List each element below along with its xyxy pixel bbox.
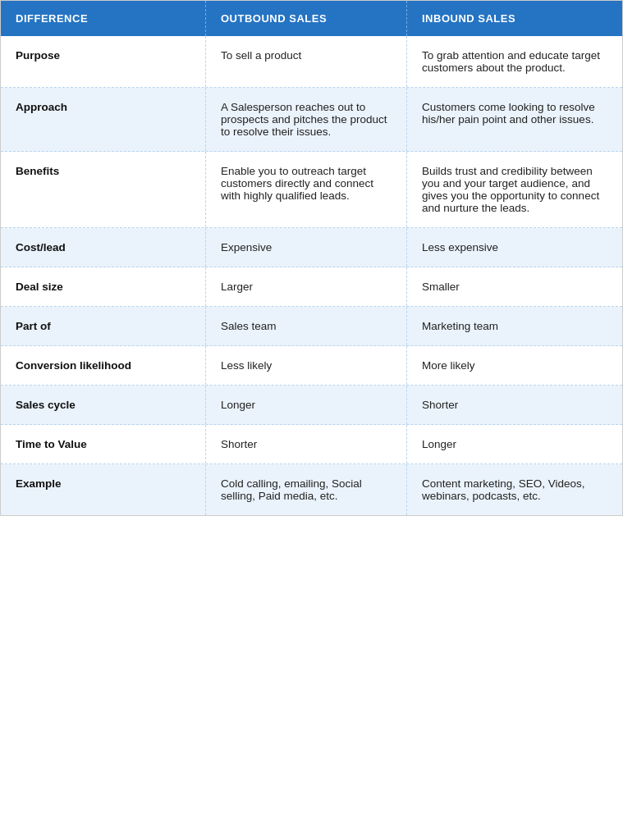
- cell-inbound: Customers come looking to resolve his/he…: [407, 88, 623, 151]
- cell-outbound: Longer: [206, 386, 407, 424]
- cell-inbound: Shorter: [407, 386, 623, 424]
- cell-label: Benefits: [1, 152, 206, 227]
- cell-outbound: Shorter: [206, 425, 407, 463]
- table-row: Benefits Enable you to outreach target c…: [1, 152, 622, 228]
- cell-inbound: Smaller: [407, 267, 623, 306]
- table-row: Purpose To sell a product To grab attent…: [1, 36, 622, 88]
- cell-label: Part of: [1, 307, 206, 345]
- table-row: Time to Value Shorter Longer: [1, 425, 622, 464]
- cell-inbound: To grab attention and educate target cus…: [407, 36, 623, 87]
- cell-inbound: Builds trust and credibility between you…: [407, 152, 623, 227]
- table-header: DIFFERENCE OUTBOUND SALES INBOUND SALES: [1, 1, 622, 36]
- cell-outbound: Enable you to outreach target customers …: [206, 152, 407, 227]
- header-difference: DIFFERENCE: [1, 1, 206, 36]
- table-body: Purpose To sell a product To grab attent…: [1, 36, 622, 515]
- cell-label: Deal size: [1, 267, 206, 306]
- cell-label: Cost/lead: [1, 228, 206, 267]
- cell-outbound: Cold calling, emailing, Social selling, …: [206, 464, 407, 515]
- cell-outbound: To sell a product: [206, 36, 407, 87]
- table-row: Approach A Salesperson reaches out to pr…: [1, 88, 622, 152]
- cell-inbound: More likely: [407, 346, 623, 385]
- comparison-table: DIFFERENCE OUTBOUND SALES INBOUND SALES …: [0, 0, 623, 516]
- cell-label: Example: [1, 464, 206, 515]
- cell-outbound: A Salesperson reaches out to prospects a…: [206, 88, 407, 151]
- cell-label: Approach: [1, 88, 206, 151]
- header-outbound: OUTBOUND SALES: [206, 1, 407, 36]
- table-row: Part of Sales team Marketing team: [1, 307, 622, 346]
- header-inbound: INBOUND SALES: [407, 1, 623, 36]
- cell-outbound: Sales team: [206, 307, 407, 345]
- cell-outbound: Less likely: [206, 346, 407, 385]
- cell-label: Purpose: [1, 36, 206, 87]
- cell-inbound: Longer: [407, 425, 623, 463]
- table-row: Conversion likelihood Less likely More l…: [1, 346, 622, 386]
- cell-outbound: Expensive: [206, 228, 407, 267]
- cell-inbound: Content marketing, SEO, Videos, webinars…: [407, 464, 623, 515]
- cell-label: Conversion likelihood: [1, 346, 206, 385]
- table-row: Example Cold calling, emailing, Social s…: [1, 464, 622, 515]
- table-row: Deal size Larger Smaller: [1, 267, 622, 307]
- cell-label: Time to Value: [1, 425, 206, 463]
- cell-label: Sales cycle: [1, 386, 206, 424]
- cell-inbound: Marketing team: [407, 307, 623, 345]
- table-row: Sales cycle Longer Shorter: [1, 386, 622, 425]
- table-row: Cost/lead Expensive Less expensive: [1, 228, 622, 267]
- cell-inbound: Less expensive: [407, 228, 623, 267]
- cell-outbound: Larger: [206, 267, 407, 306]
